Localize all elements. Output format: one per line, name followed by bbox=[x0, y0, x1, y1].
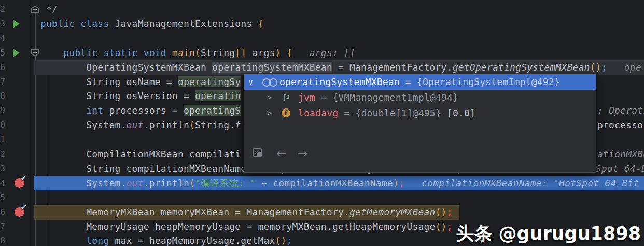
variable-text: jvm = {VMManagementImpl@494} bbox=[298, 90, 458, 105]
chevron-right-icon[interactable]: > bbox=[267, 90, 272, 105]
breakpoint-icon[interactable]: ✔ bbox=[15, 178, 24, 188]
line-number: 6 bbox=[0, 205, 5, 220]
line-number: 1 bbox=[0, 132, 5, 147]
variable-token: {OperatingSystemImpl@492} bbox=[417, 76, 560, 87]
code-text: CompilationMXBean compilati bbox=[40, 147, 241, 161]
code-token: ; bbox=[601, 62, 607, 73]
snapshot-icon[interactable] bbox=[253, 147, 265, 159]
code-token: () bbox=[436, 207, 447, 217]
variable-token: jvm bbox=[298, 92, 315, 103]
code-token: operatingSy bbox=[178, 76, 241, 87]
line-number: 4 bbox=[0, 31, 5, 46]
code-token: { bbox=[258, 18, 263, 29]
code-text: String osVersion = operatin bbox=[40, 89, 241, 103]
code-token: out bbox=[127, 177, 144, 188]
code-token bbox=[40, 47, 63, 58]
inline-debug-hint: ope bbox=[607, 62, 641, 73]
fold-collapse-icon[interactable] bbox=[31, 6, 39, 13]
chevron-right-icon[interactable]: > bbox=[267, 105, 272, 121]
code-token: ) bbox=[393, 177, 399, 188]
code-text: int processors = operatingS bbox=[40, 103, 241, 118]
code-token: ( bbox=[189, 119, 195, 130]
code-token bbox=[40, 105, 86, 116]
variable-token: [0.0] bbox=[441, 107, 475, 118]
code-text: */ bbox=[40, 2, 58, 17]
line-number: 5 bbox=[0, 46, 5, 60]
code-line[interactable]: 4 bbox=[0, 31, 644, 46]
code-token: operatin bbox=[195, 90, 241, 101]
variable-text: operatingSystemMXBean = {OperatingSystem… bbox=[279, 74, 560, 90]
line-number: 3 bbox=[0, 17, 5, 31]
code-token: () bbox=[275, 235, 287, 246]
code-line[interactable]: 2 */ bbox=[0, 2, 644, 17]
code-token: long bbox=[86, 235, 109, 246]
code-token: OperatingSystemMXBean bbox=[40, 62, 212, 73]
code-token: .println bbox=[144, 119, 189, 130]
code-token: String osName = bbox=[40, 76, 178, 87]
code-token: ; bbox=[447, 207, 453, 217]
breakpoint-icon[interactable]: ✔ bbox=[15, 207, 24, 217]
variable-row[interactable]: >⚐jvm = {VMManagementImpl@494} bbox=[244, 90, 596, 105]
code-text: MemoryUsage heapMemoryUsage = memoryMXBe… bbox=[40, 220, 453, 234]
variable-row[interactable]: ∨operatingSystemMXBean = {OperatingSyste… bbox=[244, 74, 596, 90]
code-token: args bbox=[246, 47, 275, 58]
variable-row[interactable]: >floadavg = {double[1]@495} [0.0] bbox=[244, 105, 596, 121]
run-button-icon[interactable] bbox=[13, 49, 20, 57]
code-token: operatingSystemMXBean bbox=[212, 62, 332, 73]
code-token: + compilationMXBeanName bbox=[256, 177, 393, 188]
code-token: int bbox=[86, 105, 103, 116]
code-line[interactable]: 6 OperatingSystemMXBean operatingSystemM… bbox=[0, 60, 644, 75]
variable-token: = bbox=[315, 92, 332, 103]
code-token: .println bbox=[144, 177, 189, 188]
code-token: "编译系统: " bbox=[195, 177, 256, 188]
code-token: ( bbox=[195, 47, 201, 58]
popup-toolbar: ←→ bbox=[253, 147, 308, 159]
code-fragment-right: processor bbox=[597, 118, 644, 132]
arrow-right-icon[interactable]: → bbox=[298, 147, 307, 159]
code-line[interactable]: 6✔ MemoryMXBean memoryMXBean = Managemen… bbox=[0, 205, 644, 220]
code-token: () bbox=[436, 221, 447, 232]
line-number: 2 bbox=[0, 2, 5, 17]
code-token: MemoryMXBean memoryMXBean = ManagementFa… bbox=[40, 207, 349, 217]
code-line[interactable]: 5 bbox=[0, 190, 644, 205]
code-token: public static void bbox=[63, 47, 172, 58]
code-line[interactable]: 5 public static void main(String[] args)… bbox=[0, 46, 644, 60]
breakpoint-check-icon: ✔ bbox=[20, 202, 27, 212]
fold-expand-icon[interactable] bbox=[31, 49, 39, 57]
variable-token: loadavg bbox=[298, 107, 338, 118]
line-number: 9 bbox=[0, 103, 5, 118]
code-token: ) { bbox=[275, 47, 292, 58]
code-token: [] bbox=[235, 47, 246, 58]
code-token: System. bbox=[40, 119, 127, 130]
code-token: out bbox=[127, 119, 144, 130]
breakpoint-check-icon: ✔ bbox=[20, 173, 27, 183]
code-token: getMemoryMXBean bbox=[349, 207, 436, 217]
field-icon: f bbox=[282, 108, 290, 117]
inline-debug-hint: args: [] bbox=[292, 47, 355, 58]
code-text: System.out.println(String.f bbox=[40, 118, 241, 132]
code-token: MemoryUsage heapMemoryUsage = memoryMXBe… bbox=[40, 221, 436, 232]
flag-icon: ⚐ bbox=[283, 90, 290, 105]
code-token: main bbox=[172, 47, 195, 58]
code-line[interactable]: 3public class JavaManagementExtensions { bbox=[0, 17, 644, 31]
line-number: 4 bbox=[0, 176, 5, 190]
code-token: ; bbox=[399, 177, 404, 188]
chevron-down-icon[interactable]: ∨ bbox=[248, 74, 253, 90]
debugger-variables-popup: ∨operatingSystemMXBean = {OperatingSyste… bbox=[244, 74, 596, 173]
code-text: String osName = operatingSy bbox=[40, 75, 241, 89]
line-number: 6 bbox=[0, 60, 5, 75]
code-token: ; bbox=[287, 235, 292, 246]
run-button-icon[interactable] bbox=[13, 20, 20, 28]
arrow-left-icon[interactable]: ← bbox=[276, 147, 286, 159]
code-text: public class JavaManagementExtensions { bbox=[40, 17, 263, 31]
glasses-watch-icon bbox=[262, 78, 277, 87]
variable-token: = bbox=[400, 76, 417, 87]
line-number: 0 bbox=[0, 118, 5, 132]
code-line[interactable]: 4✔ System.out.println("编译系统: " + compila… bbox=[0, 176, 644, 190]
code-token: f bbox=[235, 119, 241, 130]
code-token: () bbox=[590, 62, 601, 73]
code-text: System.out.println("编译系统: " + compilatio… bbox=[40, 176, 639, 190]
line-number: 7 bbox=[0, 75, 5, 89]
code-token: CompilationMXBean compilati bbox=[40, 148, 241, 159]
code-text: public static void main(String[] args) {… bbox=[40, 46, 355, 60]
